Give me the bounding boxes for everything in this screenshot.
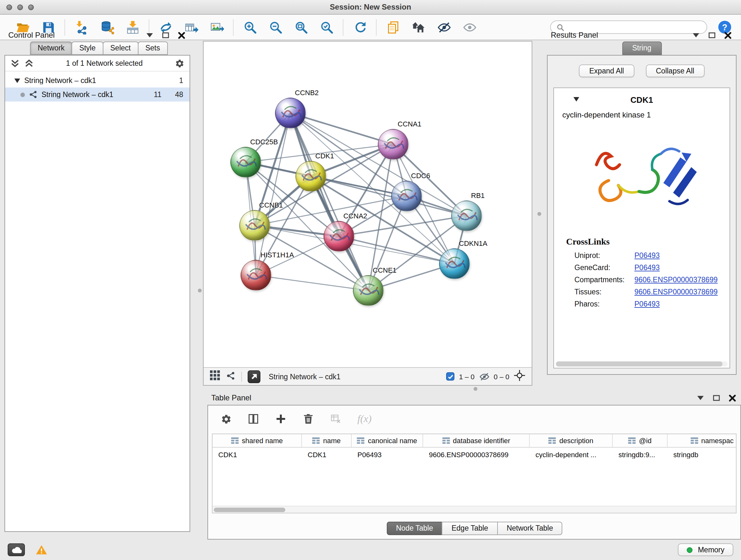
hidden-eye-icon [479, 371, 489, 381]
tab-network-table[interactable]: Network Table [497, 522, 562, 535]
panel-menu-caret-icon[interactable] [692, 33, 699, 38]
memory-button[interactable]: Memory [678, 543, 733, 556]
export-image-button[interactable] [209, 19, 225, 35]
close-panel-icon[interactable] [178, 32, 185, 39]
protein-thumbnail [296, 162, 326, 191]
tab-string[interactable]: String [622, 42, 662, 55]
columns-button[interactable] [248, 413, 259, 425]
network-canvas[interactable]: CCNB2CCNA1CDC25BCDK1CDC6RB1CCNB1CCNA2CDK… [204, 42, 532, 367]
tab-sets[interactable]: Sets [138, 42, 167, 55]
table-cell[interactable]: 9606.ENSP00000378699 [423, 450, 530, 458]
crosslink-link[interactable]: P06493 [634, 300, 660, 307]
tab-network[interactable]: Network [30, 42, 72, 55]
zoom-in-button[interactable] [242, 19, 258, 35]
add-button[interactable] [275, 413, 286, 425]
network-node-HIST1H1A[interactable] [241, 260, 271, 291]
current-network-indicator [20, 92, 25, 97]
warnings-button[interactable] [33, 543, 50, 556]
application-window: Session: New Session ? Control Panel Net… [0, 0, 741, 560]
network-node-RB1[interactable] [451, 200, 482, 231]
gear-button[interactable] [221, 414, 232, 424]
tab-select[interactable]: Select [103, 42, 138, 55]
results-horizontal-scrollbar[interactable] [556, 361, 728, 367]
column-header-namespac[interactable]: namespac [668, 434, 737, 447]
tree-expander-icon[interactable] [14, 78, 20, 83]
network-row[interactable]: String Network – cdk11148 [5, 87, 190, 102]
panel-menu-caret-icon[interactable] [697, 395, 704, 400]
crosslink-label: Tissues: [575, 288, 634, 295]
scrollbar-thumb[interactable] [556, 361, 723, 367]
network-node-CDC6[interactable] [391, 181, 422, 211]
collapse-entry-icon[interactable] [573, 97, 580, 102]
scrollbar-thumb[interactable] [214, 508, 285, 512]
network-node-CDC25B[interactable] [230, 147, 261, 178]
selected-indicator-checkbox[interactable] [446, 372, 455, 381]
delete-button[interactable] [302, 413, 314, 425]
network-node-CCNE1[interactable] [353, 275, 384, 306]
table-horizontal-scrollbar[interactable] [212, 506, 736, 513]
home-button[interactable] [410, 19, 426, 35]
table-cell[interactable]: stringdb:9... [613, 450, 668, 458]
crosslink-link[interactable]: 9606.ENSP00000378699 [634, 288, 718, 295]
hide-selected-button[interactable] [436, 19, 452, 35]
column-header-canonical-name[interactable]: canonical name [352, 434, 423, 447]
network-options-gear-icon[interactable] [175, 58, 185, 68]
entry-header[interactable]: CDK1 [554, 88, 730, 107]
column-header-database-identifier[interactable]: database identifier [423, 434, 530, 447]
duplicate-network-button[interactable] [385, 19, 401, 35]
tab-style[interactable]: Style [71, 42, 103, 55]
collection-label: String Network – cdk1 [24, 77, 96, 84]
birdseye-toggle-button[interactable] [248, 370, 260, 383]
minimize-window-button[interactable] [17, 4, 23, 10]
network-node-CCNA2[interactable] [324, 221, 354, 252]
crosslink-link[interactable]: P06493 [634, 263, 660, 271]
column-header-id[interactable]: @id [613, 434, 668, 447]
column-header-shared-name[interactable]: shared name [212, 434, 302, 447]
fit-content-button[interactable] [514, 370, 525, 383]
table-cell[interactable]: CDK1 [302, 450, 352, 458]
table-cell[interactable]: stringdb [668, 450, 737, 458]
refresh-button[interactable] [352, 19, 367, 35]
crosslink-link[interactable]: P06493 [634, 251, 660, 259]
grid-view-button[interactable] [210, 370, 220, 382]
expand-all-button[interactable]: Expand All [579, 64, 634, 77]
table-cell[interactable]: P06493 [352, 450, 423, 458]
table-cell[interactable]: CDK1 [212, 450, 302, 458]
table-cell[interactable]: cyclin-dependent ... [530, 450, 613, 458]
zoom-out-button[interactable] [267, 19, 283, 35]
table-row[interactable]: CDK1CDK1P064939606.ENSP00000378699cyclin… [212, 448, 736, 461]
network-overview-button[interactable] [226, 371, 235, 382]
float-panel-icon[interactable] [713, 395, 720, 401]
zoom-fit-button[interactable] [293, 19, 309, 35]
splitter-handle[interactable] [198, 289, 202, 293]
column-header-description[interactable]: description [530, 434, 613, 447]
collapse-all-icon[interactable] [10, 58, 20, 68]
zoom-selected-button[interactable] [319, 19, 334, 35]
network-node-CCNB2[interactable] [275, 98, 306, 128]
expand-all-icon[interactable] [24, 58, 34, 68]
close-panel-icon[interactable] [729, 394, 736, 401]
network-view-toolbar: String Network – cdk1 1 – 0 0 – 0 [204, 367, 532, 385]
close-panel-icon[interactable] [724, 32, 731, 39]
float-panel-icon[interactable] [162, 32, 169, 38]
network-list-box: 1 of 1 Network selected String Network –… [4, 55, 190, 532]
cloud-button[interactable] [8, 543, 25, 556]
network-node-CCNB1[interactable] [239, 210, 270, 241]
splitter-handle[interactable] [474, 387, 477, 391]
network-node-CDKN1A[interactable] [439, 248, 470, 279]
close-window-button[interactable] [6, 4, 12, 10]
crosshair-icon [514, 370, 525, 381]
network-node-CDK1[interactable] [295, 161, 326, 192]
panel-menu-caret-icon[interactable] [146, 33, 153, 38]
tab-edge-table[interactable]: Edge Table [442, 522, 498, 535]
collapse-all-button[interactable]: Collapse All [646, 64, 704, 77]
float-panel-icon[interactable] [709, 32, 716, 38]
collection-row[interactable]: String Network – cdk11 [5, 73, 190, 87]
network-type-icon [29, 90, 38, 99]
network-node-CCNA1[interactable] [378, 129, 408, 160]
tab-node-table[interactable]: Node Table [387, 522, 443, 535]
column-header-name[interactable]: name [302, 434, 352, 447]
zoom-window-button[interactable] [28, 4, 34, 10]
splitter-handle[interactable] [537, 212, 541, 216]
crosslink-link[interactable]: 9606.ENSP00000378699 [634, 275, 718, 283]
